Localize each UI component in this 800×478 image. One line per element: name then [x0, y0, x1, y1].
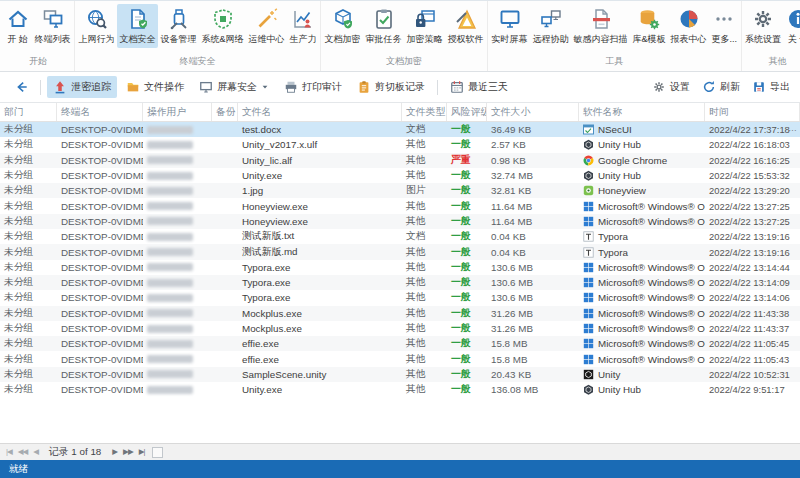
cell-backup[interactable] — [212, 137, 238, 152]
cell-backup[interactable] — [212, 260, 238, 275]
cell-risk: 一般 — [447, 137, 487, 152]
cell-backup[interactable] — [212, 321, 238, 336]
cell-backup[interactable] — [212, 336, 238, 351]
settings-button[interactable]: 设置 — [650, 76, 692, 98]
cell-backup[interactable] — [212, 153, 238, 168]
ribbon-item-terminal-list[interactable]: 终端列表 — [32, 4, 73, 48]
cell-software: Microsoft® Windows® Oper... — [579, 260, 705, 275]
ribbon-item-productivity[interactable]: 生产力 — [287, 4, 319, 48]
cell-software: Microsoft® Windows® Oper... — [579, 336, 705, 351]
cell-backup[interactable] — [212, 306, 238, 321]
table-row[interactable]: 未分组DESKTOP-0VIDMDJHoneyview.exe其他一般11.64… — [0, 214, 800, 229]
table-row[interactable]: 未分组DESKTOP-0VIDMDJSampleScene.unity其他一般2… — [0, 367, 800, 382]
cell-backup[interactable] — [212, 168, 238, 183]
cell-backup[interactable] — [212, 290, 238, 305]
table-row[interactable]: 未分组DESKTOP-0VIDMDJtest.docx文档一般36.49 KBN… — [0, 122, 800, 137]
ribbon-item-about[interactable]: 关 于 — [784, 4, 800, 48]
toolbar-item-recent-3-days[interactable]: 最近三天 — [444, 76, 514, 98]
table-row[interactable]: 未分组DESKTOP-0VIDMDJTypora.exe其他一般130.6 MB… — [0, 260, 800, 275]
ribbon-item-realtime-screen[interactable]: 实时屏幕 — [489, 4, 530, 48]
table-row[interactable]: 未分组DESKTOP-0VIDMDJMockplus.exe其他一般31.26 … — [0, 321, 800, 336]
ribbon: 开 始终端列表开始上网行为文档安全设备管理系统&网络运维中心生产力终端安全文档加… — [0, 1, 800, 72]
back-button[interactable] — [8, 76, 34, 98]
cell-backup[interactable] — [212, 244, 238, 259]
ribbon-item-device-mgmt[interactable]: 设备管理 — [158, 4, 199, 48]
cell-backup[interactable] — [212, 351, 238, 366]
table-row[interactable]: 未分组DESKTOP-0VIDMDJTypora.exe其他一般130.6 MB… — [0, 275, 800, 290]
column-header-6[interactable]: 风险评级 — [447, 103, 487, 121]
cell-backup[interactable] — [212, 382, 238, 397]
row-more-button[interactable]: … — [788, 123, 798, 133]
ribbon-item-remote-assist[interactable]: 远程协助 — [530, 4, 571, 48]
table-row[interactable]: 未分组DESKTOP-0VIDMDJ1.jpg图片一般32.81 KBHoney… — [0, 183, 800, 198]
export-button[interactable]: 导出 — [750, 76, 792, 98]
column-header-9[interactable]: 时间 — [705, 103, 800, 121]
ribbon-item-start[interactable]: 开 始 — [3, 4, 32, 48]
pager-next-button[interactable]: ▶ — [111, 447, 118, 457]
risk-badge: 一般 — [451, 230, 471, 243]
cell-backup[interactable] — [212, 198, 238, 213]
cell-backup[interactable] — [212, 229, 238, 244]
table-row[interactable]: 未分组DESKTOP-0VIDMDJUnity_v2017.x.ulf其他一般2… — [0, 137, 800, 152]
terminal-list-icon — [41, 7, 65, 31]
column-header-5[interactable]: 文件类型 — [402, 103, 447, 121]
cell-backup[interactable] — [212, 122, 238, 137]
ribbon-item-approval-tasks[interactable]: 审批任务 — [363, 4, 404, 48]
cell-filetype: 文档 — [402, 229, 447, 244]
toolbar-item-file-ops[interactable]: 文件操作 — [120, 76, 190, 98]
ribbon-item-ops-center[interactable]: 运维中心 — [246, 4, 287, 48]
cell-terminal: DESKTOP-0VIDMDJ — [57, 153, 143, 168]
refresh-button[interactable]: 刷新 — [700, 76, 742, 98]
ribbon-item-licensed-software[interactable]: 授权软件 — [445, 4, 486, 48]
toolbar-item-print-audit[interactable]: 打印审计 — [278, 76, 348, 98]
ribbon-item-system-settings[interactable]: 系统设置 — [743, 4, 784, 48]
table-row[interactable]: 未分组DESKTOP-0VIDMDJHoneyview.exe其他一般11.64… — [0, 198, 800, 213]
cell-filetype: 文档 — [402, 122, 447, 137]
column-header-8[interactable]: 软件名称 — [579, 103, 705, 121]
cell-backup[interactable] — [212, 214, 238, 229]
risk-badge: 一般 — [451, 215, 471, 228]
pager-last-button[interactable]: ▶| — [138, 447, 146, 457]
pager-fast-prev-button[interactable]: ◀◀ — [17, 447, 29, 457]
cell-backup[interactable] — [212, 183, 238, 198]
column-header-0[interactable]: 部门 — [0, 103, 57, 121]
cell-backup[interactable] — [212, 275, 238, 290]
cell-terminal: DESKTOP-0VIDMDJ — [57, 168, 143, 183]
column-header-4[interactable]: 文件名 — [238, 103, 402, 121]
cell-filetype: 其他 — [402, 367, 447, 382]
cell-risk: 一般 — [447, 275, 487, 290]
ribbon-item-doc-security[interactable]: 文档安全 — [117, 4, 158, 48]
ribbon-item-encrypt-policy[interactable]: 加密策略 — [404, 4, 445, 48]
cell-backup[interactable] — [212, 367, 238, 382]
column-header-7[interactable]: 文件大小 — [487, 103, 579, 121]
toolbar-item-clipboard-records[interactable]: 剪切板记录 — [351, 76, 431, 98]
column-header-1[interactable]: 终端名 — [57, 103, 143, 121]
table-row[interactable]: 未分组DESKTOP-0VIDMDJ测试新版.txt文档一般0.04 KBTyp… — [0, 229, 800, 244]
table-row[interactable]: 未分组DESKTOP-0VIDMDJTypora.exe其他一般130.6 MB… — [0, 290, 800, 305]
cell-size: 31.26 MB — [487, 306, 579, 321]
toolbar-item-screen-security[interactable]: 屏幕安全 — [193, 76, 275, 98]
ribbon-item-doc-encrypt[interactable]: 文档加密 — [322, 4, 363, 48]
pager-first-button[interactable]: |◀ — [5, 447, 13, 457]
column-header-2[interactable]: 操作用户 — [143, 103, 212, 121]
table-row[interactable]: 未分组DESKTOP-0VIDMDJUnity.exe其他一般32.74 MBU… — [0, 168, 800, 183]
table-row[interactable]: 未分组DESKTOP-0VIDMDJ测试新版.md其他一般0.04 KBTypo… — [0, 244, 800, 259]
ribbon-item-web-behavior[interactable]: 上网行为 — [76, 4, 117, 48]
pager-fast-next-button[interactable]: ▶▶ — [122, 447, 134, 457]
table-row[interactable]: 未分组DESKTOP-0VIDMDJMockplus.exe其他一般31.26 … — [0, 306, 800, 321]
ribbon-item-more[interactable]: 更多... — [709, 4, 740, 48]
table-row[interactable]: 未分组DESKTOP-0VIDMDJeffie.exe其他一般15.8 MBMi… — [0, 336, 800, 351]
cell-time: 2022/4/22 13:14:44 — [705, 260, 800, 275]
ribbon-item-system-network[interactable]: 系统&网络 — [199, 4, 246, 48]
column-header-3[interactable]: 备份 — [212, 103, 238, 121]
table-row[interactable]: 未分组DESKTOP-0VIDMDJUnity_lic.alf其他严重0.98 … — [0, 153, 800, 168]
ribbon-item-sensitive-scan[interactable]: 敏感内容扫描 — [571, 4, 630, 48]
table-row[interactable]: 未分组DESKTOP-0VIDMDJeffie.exe其他一般15.8 MBMi… — [0, 351, 800, 366]
pager-extra-button[interactable] — [152, 447, 163, 458]
cell-filetype: 其他 — [402, 382, 447, 397]
table-row[interactable]: 未分组DESKTOP-0VIDMDJUnity.exe其他一般136.08 MB… — [0, 382, 800, 397]
pager-prev-button[interactable]: ◀ — [32, 447, 39, 457]
ribbon-item-report-center[interactable]: 报表中心 — [668, 4, 709, 48]
ribbon-item-lib-template[interactable]: 库&模板 — [630, 4, 668, 48]
toolbar-item-leak-trace[interactable]: 泄密追踪 — [47, 76, 117, 98]
